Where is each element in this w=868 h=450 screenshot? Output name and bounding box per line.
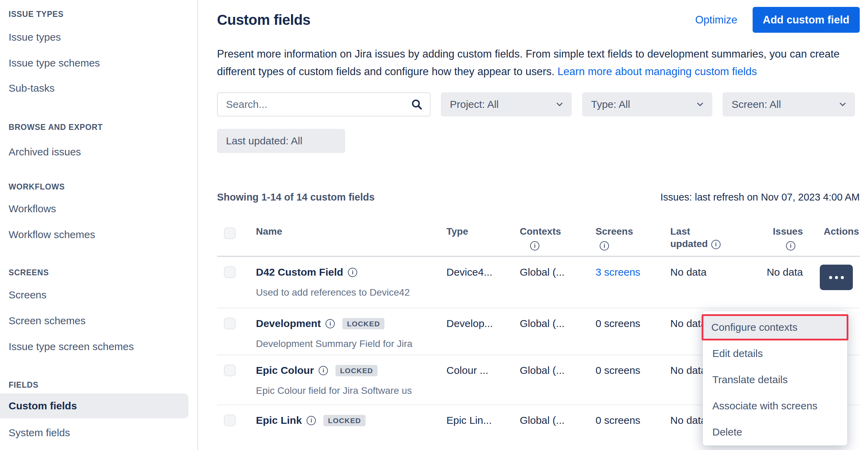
search-icon — [411, 98, 423, 111]
field-name[interactable]: Development — [256, 318, 321, 329]
row-checkbox[interactable] — [224, 365, 236, 376]
optimize-link[interactable]: Optimize — [695, 14, 737, 26]
sidebar-item-issue-types[interactable]: Issue types — [9, 31, 61, 43]
select-all-checkbox[interactable] — [224, 227, 236, 239]
more-actions-button[interactable] — [820, 265, 853, 290]
column-header-issues-label: Issues — [773, 225, 803, 238]
page-description: Present more information on Jira issues … — [217, 45, 860, 80]
column-header-contexts-label: Contexts — [520, 225, 561, 238]
field-contexts: Global (... — [520, 415, 596, 440]
menu-item-edit-details[interactable]: Edit details — [703, 340, 847, 367]
field-screens: 0 screens — [596, 365, 670, 405]
page-title: Custom fields — [217, 12, 310, 28]
sidebar-item-workflow-schemes[interactable]: Workflow schemes — [9, 229, 95, 241]
table-row: D42 Custom Field Used to add references … — [217, 257, 860, 308]
project-filter-label: Project: All — [450, 99, 499, 110]
field-description: Development Summary Field for Jira — [256, 338, 439, 349]
locked-badge: LOCKED — [335, 365, 378, 376]
field-contexts: Global (... — [520, 318, 596, 355]
info-icon[interactable] — [786, 241, 795, 250]
field-name[interactable]: D42 Custom Field — [256, 266, 343, 278]
info-icon[interactable] — [711, 240, 721, 249]
column-header-last-updated: Last updated — [670, 225, 722, 256]
type-filter-dropdown[interactable]: Type: All — [582, 92, 712, 116]
column-header-last-updated-label: Last updated — [670, 226, 708, 249]
info-icon[interactable] — [319, 366, 328, 375]
project-filter-dropdown[interactable]: Project: All — [441, 92, 572, 116]
menu-item-associate-with-screens[interactable]: Associate with screens — [703, 393, 847, 419]
field-screens-link[interactable]: 3 screens — [596, 266, 670, 308]
add-custom-field-button[interactable]: Add custom field — [753, 7, 860, 33]
info-icon[interactable] — [600, 241, 609, 250]
field-description: Used to add references to Device42 — [256, 287, 439, 298]
info-icon[interactable] — [530, 241, 539, 250]
sidebar-item-issue-type-screen-schemes[interactable]: Issue type screen schemes — [9, 341, 134, 352]
menu-item-configure-contexts[interactable]: Configure contexts — [703, 316, 847, 339]
ellipsis-icon — [829, 276, 832, 279]
sidebar-item-screens[interactable]: Screens — [9, 289, 46, 301]
filter-bar-row2: Last updated: All — [217, 129, 860, 153]
field-name[interactable]: Epic Link — [256, 415, 302, 426]
results-count: Showing 1-14 of 14 custom fields — [217, 192, 375, 203]
field-screens: 0 screens — [596, 318, 670, 355]
sidebar-item-screen-schemes[interactable]: Screen schemes — [9, 315, 85, 327]
sidebar-section-issue-types: ISSUE TYPES — [9, 10, 64, 19]
sidebar-section-fields: FIELDS — [9, 380, 39, 390]
sidebar-item-system-fields[interactable]: System fields — [9, 427, 70, 439]
field-issues: No data — [757, 266, 808, 308]
sidebar-item-archived-issues[interactable]: Archived issues — [9, 146, 81, 158]
field-type: Device4... — [446, 266, 520, 308]
locked-badge: LOCKED — [323, 415, 365, 426]
row-checkbox[interactable] — [224, 318, 236, 329]
last-updated-filter-dropdown[interactable]: Last updated: All — [217, 129, 345, 153]
column-header-name: Name — [256, 225, 446, 256]
table-header-row: Name Type Contexts Screens Last updated … — [217, 223, 860, 257]
chevron-down-icon — [556, 102, 563, 107]
info-icon[interactable] — [348, 268, 357, 277]
sidebar-item-issue-type-schemes[interactable]: Issue type schemes — [9, 57, 100, 69]
locked-badge: LOCKED — [342, 318, 384, 329]
chevron-down-icon — [839, 102, 846, 107]
menu-item-translate-details[interactable]: Translate details — [703, 367, 847, 393]
field-name-line: Epic Colour LOCKED — [256, 365, 446, 376]
column-header-actions: Actions — [808, 225, 860, 256]
row-checkbox[interactable] — [224, 266, 236, 278]
column-header-issues: Issues — [757, 225, 808, 256]
sidebar-section-browse-export: BROWSE AND EXPORT — [9, 123, 103, 132]
row-checkbox[interactable] — [224, 415, 236, 426]
column-header-screens: Screens — [596, 225, 670, 256]
sidebar-item-custom-fields-label: Custom fields — [9, 400, 77, 412]
menu-item-delete[interactable]: Delete — [703, 419, 847, 445]
header-actions: Optimize Add custom field — [695, 7, 860, 33]
admin-sidebar: ISSUE TYPES Issue types Issue type schem… — [0, 0, 198, 450]
search-field[interactable] — [217, 92, 431, 116]
field-name-line: Development LOCKED — [256, 318, 446, 329]
sidebar-item-sub-tasks[interactable]: Sub-tasks — [9, 82, 54, 94]
annotation-highlight-box: Configure contexts — [702, 314, 848, 340]
field-type: Colour ... — [446, 365, 520, 405]
chevron-down-icon — [697, 102, 703, 107]
search-input[interactable] — [225, 98, 411, 111]
sidebar-item-workflows[interactable]: Workflows — [9, 203, 56, 215]
ellipsis-icon — [835, 276, 838, 279]
screen-filter-dropdown[interactable]: Screen: All — [723, 92, 855, 116]
field-last-updated: No data — [670, 266, 757, 308]
sidebar-section-workflows: WORKFLOWS — [9, 182, 65, 192]
filter-bar: Project: All Type: All Screen: All — [217, 92, 860, 116]
field-screens: 0 screens — [596, 415, 670, 440]
field-name[interactable]: Epic Colour — [256, 365, 314, 376]
ellipsis-icon — [841, 276, 844, 279]
screen-filter-label: Screen: All — [732, 99, 781, 110]
results-summary-row: Showing 1-14 of 14 custom fields Issues:… — [217, 192, 860, 203]
page-header: Custom fields Optimize Add custom field — [217, 7, 860, 33]
column-header-screens-label: Screens — [596, 225, 633, 238]
field-contexts: Global (... — [520, 266, 596, 308]
column-header-contexts: Contexts — [520, 225, 596, 256]
learn-more-link[interactable]: Learn more about managing custom fields — [558, 65, 757, 78]
field-name-line: Epic Link LOCKED — [256, 415, 446, 426]
sidebar-item-custom-fields[interactable]: Custom fields — [0, 393, 188, 418]
actions-context-menu: Configure contexts Edit details Translat… — [703, 311, 847, 446]
info-icon[interactable] — [307, 416, 316, 425]
field-description: Epic Colour field for Jira Software us — [256, 385, 439, 396]
info-icon[interactable] — [326, 319, 335, 328]
